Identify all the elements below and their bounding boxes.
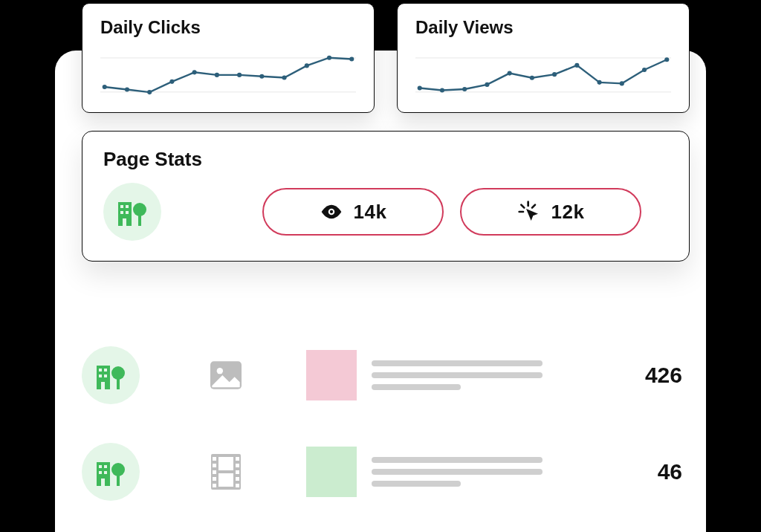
video-icon — [204, 450, 248, 494]
svg-rect-61 — [213, 457, 216, 461]
svg-point-4 — [147, 90, 152, 94]
daily-views-title: Daily Views — [415, 17, 671, 38]
item-count: 426 — [645, 363, 690, 388]
svg-rect-46 — [104, 374, 107, 377]
top-charts-row: Daily Clicks Daily Views — [82, 3, 690, 113]
page-avatar — [103, 183, 161, 241]
svg-point-5 — [169, 80, 174, 84]
svg-line-40 — [532, 205, 535, 208]
svg-point-16 — [418, 85, 422, 90]
svg-point-22 — [552, 72, 557, 77]
page-stats-title: Page Stats — [103, 148, 668, 171]
svg-point-7 — [215, 73, 219, 77]
svg-point-23 — [574, 63, 579, 68]
page-stats-card: Page Stats 14k — [82, 131, 690, 262]
svg-point-19 — [485, 82, 489, 87]
eye-icon — [320, 200, 343, 224]
svg-point-10 — [282, 75, 287, 80]
svg-rect-55 — [99, 471, 102, 474]
svg-rect-59 — [117, 474, 120, 486]
clicks-pill[interactable]: 12k — [460, 188, 641, 236]
text-placeholder — [372, 451, 543, 493]
svg-point-3 — [125, 87, 129, 91]
list-item[interactable]: 426 — [82, 327, 690, 424]
svg-rect-57 — [101, 479, 105, 486]
daily-views-card[interactable]: Daily Views — [397, 3, 690, 113]
svg-point-37 — [329, 210, 332, 213]
svg-point-2 — [103, 85, 107, 89]
daily-clicks-chart — [100, 44, 356, 103]
svg-point-24 — [598, 80, 602, 85]
svg-point-18 — [462, 87, 467, 91]
svg-rect-31 — [120, 211, 123, 214]
svg-point-27 — [664, 57, 669, 62]
svg-point-21 — [530, 76, 534, 80]
svg-rect-44 — [104, 369, 107, 372]
svg-rect-70 — [236, 484, 239, 487]
svg-point-13 — [349, 56, 354, 61]
cursor-click-icon — [517, 200, 541, 224]
svg-rect-56 — [104, 471, 107, 474]
svg-rect-62 — [213, 464, 216, 467]
svg-rect-68 — [236, 470, 239, 474]
svg-point-25 — [620, 81, 624, 85]
daily-clicks-card[interactable]: Daily Clicks — [82, 3, 375, 113]
views-value: 14k — [354, 201, 387, 224]
daily-views-chart — [415, 44, 671, 103]
views-pill[interactable]: 14k — [262, 188, 444, 236]
svg-rect-35 — [138, 214, 141, 226]
list-avatar — [82, 443, 140, 501]
svg-rect-33 — [123, 218, 126, 226]
text-placeholder — [372, 354, 543, 396]
svg-rect-67 — [236, 464, 239, 467]
svg-point-9 — [259, 74, 264, 79]
svg-rect-54 — [104, 465, 107, 468]
svg-line-39 — [521, 205, 524, 208]
building-tree-icon — [115, 195, 149, 229]
color-swatch — [306, 350, 357, 400]
svg-rect-71 — [218, 457, 233, 470]
svg-point-20 — [508, 71, 512, 76]
svg-rect-32 — [126, 211, 129, 214]
color-swatch — [306, 447, 357, 497]
svg-rect-66 — [236, 457, 239, 461]
item-count: 46 — [658, 459, 690, 484]
image-icon — [204, 353, 248, 398]
svg-point-17 — [440, 88, 444, 92]
list-avatar — [82, 346, 140, 404]
svg-point-26 — [642, 68, 647, 72]
svg-point-8 — [237, 73, 242, 77]
svg-point-6 — [192, 70, 197, 74]
svg-rect-47 — [101, 382, 105, 389]
svg-rect-49 — [117, 377, 120, 389]
svg-point-51 — [217, 368, 223, 374]
building-tree-icon — [94, 358, 128, 392]
daily-clicks-title: Daily Clicks — [100, 17, 356, 38]
svg-point-12 — [327, 56, 331, 60]
svg-rect-65 — [213, 484, 216, 487]
building-tree-icon — [94, 455, 128, 489]
svg-rect-53 — [99, 465, 102, 468]
svg-rect-29 — [120, 205, 123, 208]
list-item[interactable]: 46 — [82, 424, 690, 520]
svg-rect-30 — [126, 205, 129, 208]
svg-point-11 — [305, 63, 309, 68]
svg-rect-43 — [99, 369, 102, 372]
clicks-value: 12k — [551, 201, 585, 224]
svg-rect-45 — [99, 374, 102, 377]
svg-rect-72 — [218, 473, 233, 487]
content-list: 426 — [82, 327, 690, 520]
svg-rect-64 — [213, 477, 216, 481]
svg-rect-69 — [236, 477, 239, 481]
svg-rect-63 — [213, 470, 216, 474]
